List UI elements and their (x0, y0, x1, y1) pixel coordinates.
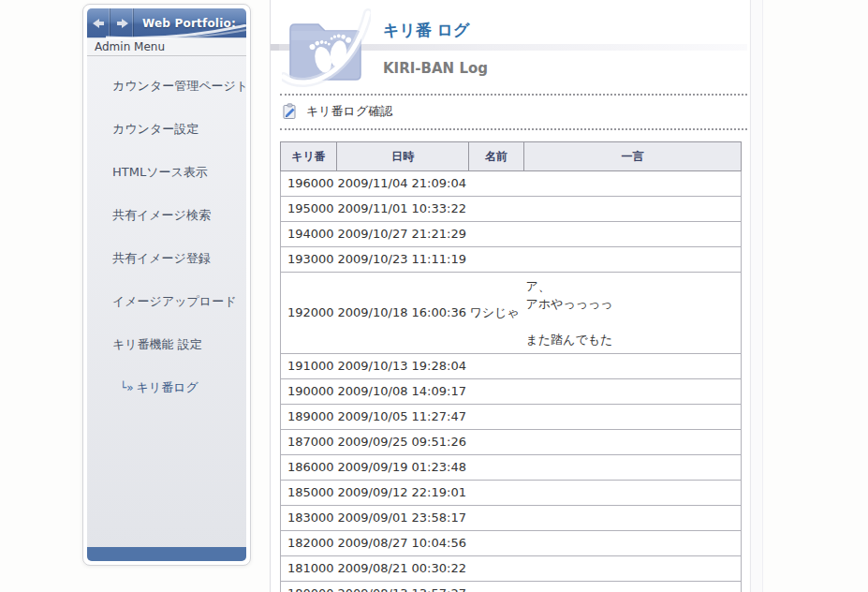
table-row: 195000 2009/11/01 10:33:22 (281, 197, 742, 222)
col-header-kiriban: キリ番 (281, 142, 337, 171)
arrow-right-icon (116, 19, 128, 28)
cell-datetime: 2009/08/27 10:04:56 (337, 531, 469, 556)
main-content: キリ番 ログ KIRI-BAN Log キリ番ログ確認 キリ番 日時 名前 一言 (270, 0, 749, 592)
cell-name (469, 430, 524, 455)
cell-kiriban: 191000 (281, 354, 337, 379)
cell-datetime: 2009/08/13 13:57:27 (337, 582, 469, 592)
page-title: キリ番 ログ (383, 20, 470, 41)
sidebar-footer-bar (87, 547, 246, 561)
sidebar-menu-item[interactable]: └» キリ番ログ (87, 366, 246, 409)
page: Web Portfolio: Admin Menu カウンター管理ページトップ (0, 0, 868, 592)
sidebar-menu-item[interactable]: カウンター設定 (87, 108, 246, 151)
table-row: 186000 2009/09/19 01:23:48 (281, 455, 742, 481)
cell-name: ワシじゃ (469, 273, 524, 354)
cell-kiriban: 195000 (281, 197, 337, 222)
cell-datetime: 2009/08/21 00:30:22 (337, 556, 469, 582)
cell-comment (524, 556, 742, 582)
table-row: 194000 2009/10/27 21:21:29 (281, 222, 742, 247)
table-row: 189000 2009/10/05 11:27:47 (281, 405, 742, 430)
cell-kiriban: 189000 (281, 405, 337, 430)
cell-name (469, 531, 524, 556)
cell-kiriban: 182000 (281, 531, 337, 556)
cell-kiriban: 186000 (281, 455, 337, 481)
sidebar-menu-item-label: 共有イメージ検索 (112, 207, 211, 224)
cell-datetime: 2009/10/27 21:21:29 (337, 222, 469, 247)
table-row: 182000 2009/08/27 10:04:56 (281, 531, 742, 556)
cell-kiriban: 192000 (281, 273, 337, 354)
cell-comment (524, 197, 742, 222)
header-rule-cap (271, 44, 279, 51)
cell-datetime: 2009/09/12 22:19:01 (337, 481, 469, 506)
sidebar-menu-item-label: カウンター管理ページトップ (112, 78, 246, 95)
sidebar-spacer (87, 409, 246, 547)
sidebar-title: Web Portfolio: (142, 17, 236, 30)
cell-datetime: 2009/11/04 21:09:04 (337, 171, 469, 197)
sidebar-menu-item[interactable]: 共有イメージ登録 (87, 237, 246, 280)
submenu-branch-icon: └» (120, 381, 134, 394)
cell-comment: ア、 アホやっっっっ また踏んでもた (524, 273, 742, 354)
cell-name (469, 481, 524, 506)
cell-comment (524, 582, 742, 592)
cell-comment (524, 430, 742, 455)
clipboard-pencil-icon (282, 103, 298, 120)
table-row: 196000 2009/11/04 21:09:04 (281, 171, 742, 197)
cell-datetime: 2009/10/05 11:27:47 (337, 405, 469, 430)
cell-name (469, 379, 524, 405)
col-header-comment: 一言 (524, 142, 742, 171)
cell-name (469, 556, 524, 582)
folder-footprints-icon (282, 6, 371, 95)
table-row: 192000 2009/10/18 16:00:36 ワシじゃ ア、 アホやっっ… (281, 273, 742, 354)
cell-kiriban: 194000 (281, 222, 337, 247)
cell-kiriban: 187000 (281, 430, 337, 455)
cell-name (469, 405, 524, 430)
cell-name (469, 455, 524, 481)
cell-name (469, 197, 524, 222)
cell-datetime: 2009/09/01 23:58:17 (337, 506, 469, 531)
admin-menu-label: Admin Menu (87, 38, 246, 56)
cell-comment (524, 379, 742, 405)
cell-name (469, 171, 524, 197)
table-row: 183000 2009/09/01 23:58:17 (281, 506, 742, 531)
cell-datetime: 2009/10/18 16:00:36 (337, 273, 469, 354)
cell-name (469, 222, 524, 247)
arrow-left-icon (93, 19, 105, 28)
cell-datetime: 2009/11/01 10:33:22 (337, 197, 469, 222)
sidebar-menu-item-label: キリ番機能 設定 (112, 336, 202, 353)
cell-datetime: 2009/10/13 19:28:04 (337, 354, 469, 379)
page-subtitle: KIRI-BAN Log (383, 60, 488, 77)
sidebar: Web Portfolio: Admin Menu カウンター管理ページトップ (82, 4, 251, 566)
cell-kiriban: 183000 (281, 506, 337, 531)
cell-name (469, 506, 524, 531)
sidebar-menu-item[interactable]: カウンター管理ページトップ (87, 65, 246, 108)
sidebar-menu-item[interactable]: HTMLソース表示 (87, 151, 246, 194)
cell-comment (524, 531, 742, 556)
cell-name (469, 582, 524, 592)
col-header-name: 名前 (469, 142, 524, 171)
cell-comment (524, 222, 742, 247)
cell-comment (524, 506, 742, 531)
frame-scrollbar-track[interactable] (750, 0, 763, 592)
cell-comment (524, 247, 742, 273)
cell-datetime: 2009/09/19 01:23:48 (337, 455, 469, 481)
sidebar-menu-item[interactable]: キリ番機能 設定 (87, 323, 246, 366)
cell-datetime: 2009/10/23 11:11:19 (337, 247, 469, 273)
sidebar-menu-item-label: HTMLソース表示 (112, 164, 208, 181)
table-header-row: キリ番 日時 名前 一言 (281, 142, 742, 171)
sidebar-header: Web Portfolio: (87, 8, 246, 38)
sidebar-menu-item[interactable]: 共有イメージ検索 (87, 194, 246, 237)
table-row: 185000 2009/09/12 22:19:01 (281, 481, 742, 506)
section-label: キリ番ログ確認 (306, 103, 392, 120)
table-row: 181000 2009/08/21 00:30:22 (281, 556, 742, 582)
sidebar-menu-item-label: カウンター設定 (112, 121, 199, 138)
cell-kiriban: 193000 (281, 247, 337, 273)
cell-kiriban: 196000 (281, 171, 337, 197)
cell-kiriban: 181000 (281, 556, 337, 582)
kiriban-log-table: キリ番 日時 名前 一言 196000 2009/11/04 21:09:04 (280, 141, 742, 592)
cell-kiriban: 180000 (281, 582, 337, 592)
nav-forward-button[interactable] (110, 8, 134, 37)
cell-comment (524, 455, 742, 481)
nav-back-button[interactable] (87, 8, 110, 37)
table-row: 191000 2009/10/13 19:28:04 (281, 354, 742, 379)
cell-comment (524, 481, 742, 506)
sidebar-menu-item[interactable]: イメージアップロード (87, 280, 246, 323)
